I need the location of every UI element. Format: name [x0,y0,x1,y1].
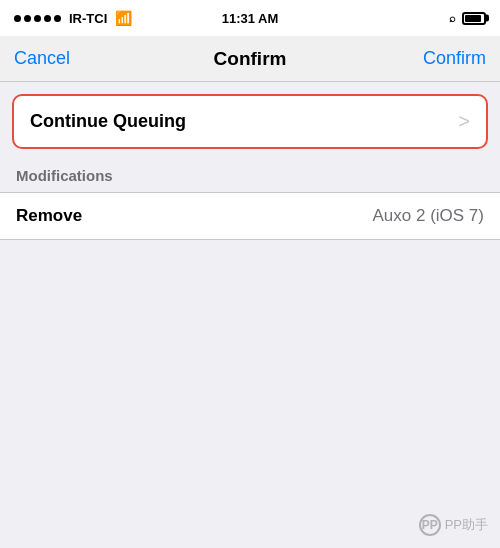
modification-action: Remove [16,206,82,226]
continue-queuing-wrap: Continue Queuing > [0,94,500,149]
status-bar: IR-TCI 📶 11:31 AM ⌕ [0,0,500,36]
status-left: IR-TCI 📶 [14,10,132,26]
watermark-logo: PP [419,514,441,536]
confirm-button[interactable]: Confirm [423,48,486,69]
watermark: PP PP助手 [419,514,488,536]
lock-icon: ⌕ [449,12,456,24]
nav-title: Confirm [214,48,287,70]
carrier-name: IR-TCI [69,11,107,26]
signal-dots [14,15,61,22]
wifi-icon: 📶 [115,10,132,26]
cancel-button[interactable]: Cancel [14,48,70,69]
modifications-list: Remove Auxo 2 (iOS 7) [0,192,500,240]
signal-dot-2 [24,15,31,22]
status-right: ⌕ [449,12,486,25]
signal-dot-5 [54,15,61,22]
table-row: Remove Auxo 2 (iOS 7) [0,193,500,239]
content-area: Continue Queuing > Modifications Remove … [0,82,500,548]
navigation-bar: Cancel Confirm Confirm [0,36,500,82]
signal-dot-4 [44,15,51,22]
continue-queuing-button[interactable]: Continue Queuing > [12,94,488,149]
signal-dot-3 [34,15,41,22]
signal-dot-1 [14,15,21,22]
modifications-header: Modifications [0,167,500,192]
battery-icon [462,12,486,25]
modifications-section: Modifications Remove Auxo 2 (iOS 7) [0,167,500,240]
status-time: 11:31 AM [222,11,279,26]
modification-package: Auxo 2 (iOS 7) [373,206,485,226]
chevron-right-icon: > [458,110,470,133]
watermark-text: PP助手 [445,516,488,534]
continue-queuing-label: Continue Queuing [30,111,186,132]
